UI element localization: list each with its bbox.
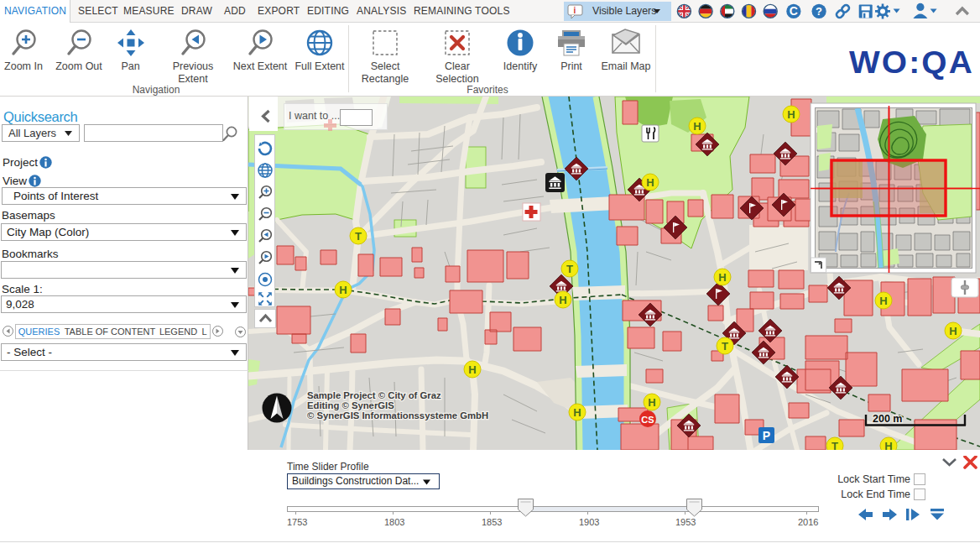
- svg-text:© SynerGIS Informationssysteme: © SynerGIS Informationssysteme GmbH: [307, 410, 488, 421]
- svg-text:P: P: [763, 429, 770, 442]
- svg-text:Sample Project © City of Graz: Sample Project © City of Graz: [307, 390, 441, 400]
- svg-text:H: H: [787, 108, 795, 121]
- svg-text:H: H: [648, 396, 655, 409]
- svg-text:H: H: [949, 325, 957, 337]
- svg-text:C: C: [790, 4, 798, 18]
- svg-text:200 m: 200 m: [873, 413, 902, 425]
- svg-text:Editing © SynerGIS: Editing © SynerGIS: [307, 400, 394, 410]
- svg-text:H: H: [693, 120, 701, 133]
- svg-text:H: H: [879, 295, 887, 307]
- svg-text:T: T: [566, 263, 573, 275]
- svg-text:CS: CS: [641, 415, 654, 425]
- svg-text:H: H: [718, 271, 726, 284]
- svg-text:T: T: [355, 230, 362, 243]
- svg-text:H: H: [884, 440, 892, 450]
- svg-text:H: H: [468, 363, 476, 376]
- svg-text:T: T: [722, 340, 728, 353]
- svg-text:H: H: [559, 294, 566, 306]
- svg-text:H: H: [646, 176, 654, 189]
- svg-text:H: H: [573, 406, 581, 419]
- svg-text:T: T: [831, 440, 838, 450]
- svg-text:?: ?: [816, 5, 822, 18]
- svg-text:i: i: [574, 6, 576, 15]
- svg-text:Visible Layers: Visible Layers: [592, 5, 656, 17]
- svg-text:H: H: [339, 284, 347, 296]
